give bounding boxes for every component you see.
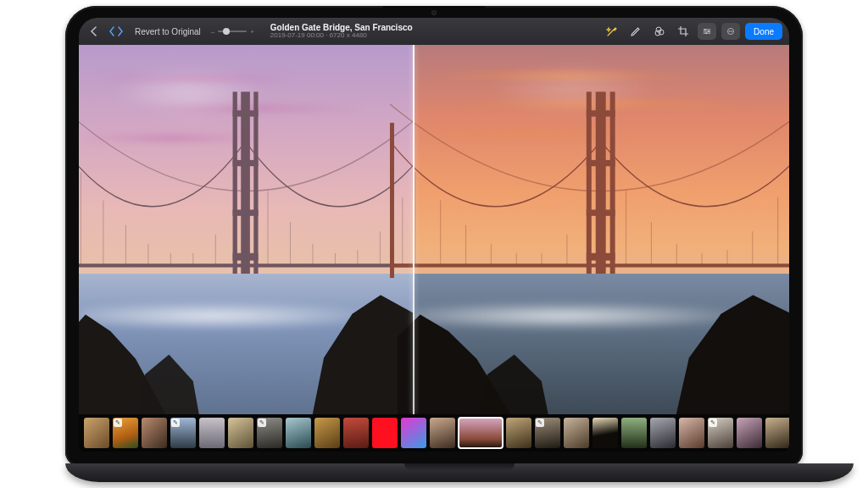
- thumbnail[interactable]: [564, 418, 589, 448]
- edited-badge-icon: ✎: [709, 419, 717, 427]
- svg-rect-27: [254, 92, 259, 278]
- compare-original-side: [79, 45, 413, 414]
- edited-badge-icon: ✎: [114, 419, 122, 427]
- svg-rect-53: [587, 160, 615, 166]
- thumbnail[interactable]: [199, 418, 225, 448]
- editor-toolbar: Revert to Original – + Golden Gate Bridg…: [79, 18, 789, 45]
- image-canvas[interactable]: [79, 45, 789, 414]
- image-title-block: Golden Gate Bridge, San Francisco 2019-0…: [270, 23, 413, 40]
- svg-point-9: [732, 30, 732, 31]
- thumbnail[interactable]: [737, 418, 762, 448]
- thumbnail-strip[interactable]: ✎✎✎✎✎: [79, 414, 789, 452]
- svg-rect-50: [587, 92, 592, 278]
- svg-point-4: [708, 30, 709, 32]
- thumbnail-selected[interactable]: [459, 418, 503, 448]
- thumbnail[interactable]: [506, 418, 531, 448]
- laptop-frame: Revert to Original – + Golden Gate Bridg…: [65, 6, 803, 482]
- laptop-base: [65, 463, 854, 482]
- svg-rect-30: [233, 210, 259, 216]
- svg-rect-49: [596, 92, 606, 278]
- thumbnail[interactable]: ✎: [170, 418, 196, 448]
- app-window: Revert to Original – + Golden Gate Bridg…: [79, 18, 789, 452]
- thumbnail[interactable]: [286, 418, 311, 448]
- thumbnail[interactable]: [679, 418, 704, 448]
- thumbnail[interactable]: ✎: [535, 418, 560, 448]
- adjust-button[interactable]: [698, 23, 716, 40]
- edited-badge-icon: ✎: [171, 419, 180, 427]
- svg-rect-54: [587, 210, 615, 216]
- thumbnail[interactable]: [765, 418, 789, 448]
- thumbnail[interactable]: [650, 418, 676, 448]
- revert-button[interactable]: Revert to Original: [130, 27, 206, 36]
- thumbnail[interactable]: [228, 418, 253, 448]
- svg-point-2: [655, 30, 660, 36]
- compare-edited-side: [413, 45, 789, 414]
- thumbnail[interactable]: [593, 418, 618, 448]
- thumbnail[interactable]: ✎: [708, 418, 733, 448]
- markup-button[interactable]: [626, 23, 645, 40]
- auto-enhance-button[interactable]: [603, 23, 621, 40]
- thumbnail[interactable]: [401, 418, 426, 448]
- more-button[interactable]: [721, 23, 740, 40]
- zoom-slider[interactable]: – +: [211, 28, 262, 36]
- svg-point-8: [730, 30, 731, 31]
- svg-rect-25: [242, 92, 251, 278]
- svg-rect-56: [390, 123, 394, 278]
- svg-point-3: [704, 29, 706, 30]
- compare-divider-handle[interactable]: [413, 45, 415, 414]
- edited-badge-icon: ✎: [536, 419, 544, 427]
- thumbnail[interactable]: [343, 418, 369, 448]
- done-button[interactable]: Done: [745, 23, 782, 40]
- svg-rect-31: [233, 253, 259, 261]
- crop-button[interactable]: [674, 23, 693, 40]
- thumbnail[interactable]: ✎: [113, 418, 138, 448]
- thumbnail[interactable]: [314, 418, 340, 448]
- camera-dot: [431, 10, 437, 15]
- image-metadata: 2019-07-19 00:00 · 6720 x 4480: [270, 32, 413, 40]
- thumbnail[interactable]: [84, 418, 109, 448]
- svg-rect-51: [610, 92, 615, 278]
- svg-rect-52: [587, 110, 615, 116]
- thumbnail[interactable]: [621, 418, 647, 448]
- thumbnail[interactable]: ✎: [257, 418, 282, 448]
- thumbnail[interactable]: [372, 418, 398, 448]
- back-button[interactable]: [86, 23, 103, 40]
- filters-button[interactable]: [650, 23, 669, 40]
- thumbnail[interactable]: [430, 418, 455, 448]
- svg-point-5: [705, 32, 707, 34]
- compare-toggle-icon[interactable]: [108, 23, 125, 40]
- svg-rect-26: [233, 92, 237, 278]
- svg-rect-28: [233, 110, 259, 116]
- svg-rect-55: [587, 253, 615, 261]
- svg-point-7: [729, 30, 730, 31]
- edited-badge-icon: ✎: [258, 419, 266, 427]
- thumbnail[interactable]: [142, 418, 167, 448]
- svg-rect-29: [233, 160, 259, 166]
